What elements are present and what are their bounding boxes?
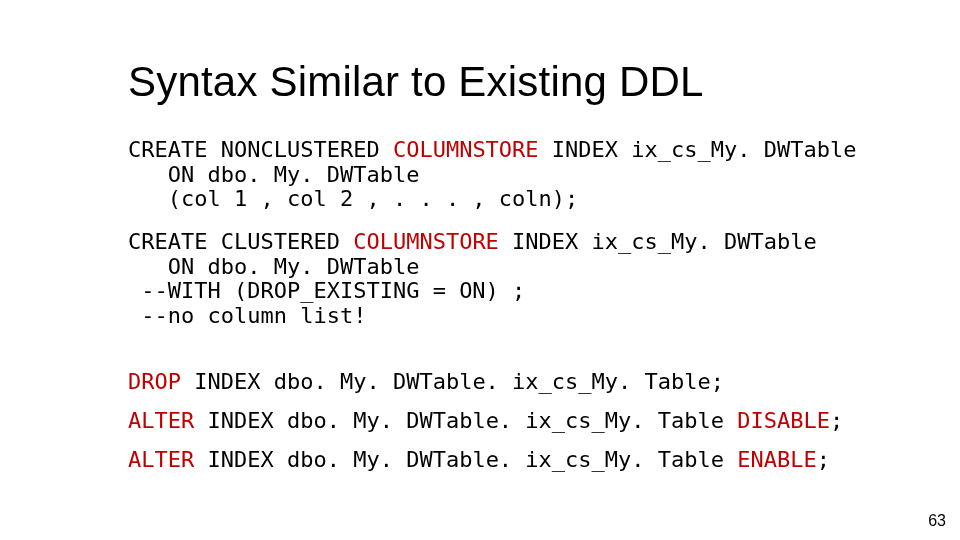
spacer — [128, 346, 900, 370]
code-text: INDEX dbo. My. DWTable. ix_cs_My. Table; — [181, 369, 724, 394]
code-keyword-alter: ALTER — [128, 408, 194, 433]
code-text: INDEX dbo. My. DWTable. ix_cs_My. Table — [194, 408, 737, 433]
code-text: INDEX ix_cs_My. DWTable — [499, 229, 817, 254]
code-text: ON dbo. My. DWTable — [128, 254, 419, 279]
code-text: ON dbo. My. DWTable — [128, 162, 419, 187]
code-text: CREATE CLUSTERED — [128, 229, 353, 254]
code-text: ; — [830, 408, 843, 433]
code-text: (col 1 , col 2 , . . . , coln); — [128, 186, 578, 211]
code-keyword-columnstore: COLUMNSTORE — [393, 137, 539, 162]
slide-body: CREATE NONCLUSTERED COLUMNSTORE INDEX ix… — [128, 138, 900, 486]
code-block-alter-disable: ALTER INDEX dbo. My. DWTable. ix_cs_My. … — [128, 409, 900, 434]
code-block-create-nonclustered: CREATE NONCLUSTERED COLUMNSTORE INDEX ix… — [128, 138, 900, 212]
code-keyword-disable: DISABLE — [737, 408, 830, 433]
slide-title: Syntax Similar to Existing DDL — [128, 58, 704, 106]
code-text: INDEX dbo. My. DWTable. ix_cs_My. Table — [194, 447, 737, 472]
code-block-create-clustered: CREATE CLUSTERED COLUMNSTORE INDEX ix_cs… — [128, 230, 900, 329]
code-block-drop: DROP INDEX dbo. My. DWTable. ix_cs_My. T… — [128, 370, 900, 395]
code-keyword-enable: ENABLE — [737, 447, 816, 472]
code-keyword-alter: ALTER — [128, 447, 194, 472]
page-number: 63 — [928, 512, 946, 530]
code-text: --WITH (DROP_EXISTING = ON) ; — [128, 278, 525, 303]
code-keyword-columnstore: COLUMNSTORE — [353, 229, 499, 254]
code-block-alter-enable: ALTER INDEX dbo. My. DWTable. ix_cs_My. … — [128, 448, 900, 473]
code-text: ; — [817, 447, 830, 472]
code-keyword-drop: DROP — [128, 369, 181, 394]
code-text: CREATE NONCLUSTERED — [128, 137, 393, 162]
code-text: --no column list! — [128, 303, 366, 328]
slide: Syntax Similar to Existing DDL CREATE NO… — [0, 0, 960, 540]
code-text: INDEX ix_cs_My. DWTable — [539, 137, 857, 162]
